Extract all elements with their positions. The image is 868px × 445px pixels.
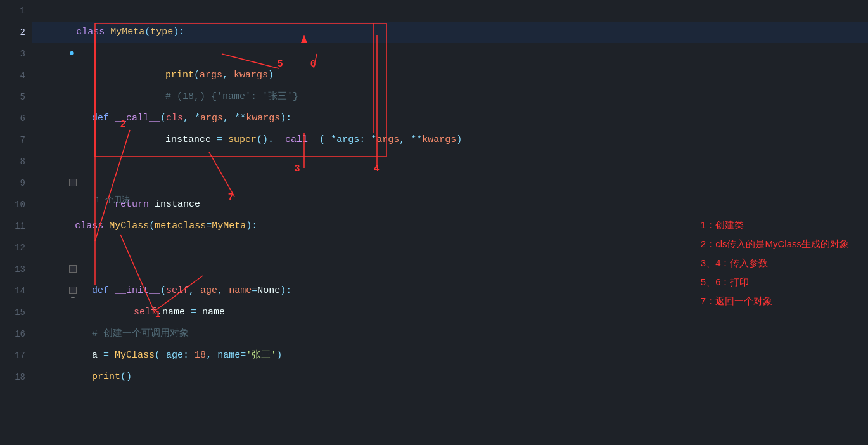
svg-marker-14 <box>301 35 307 43</box>
line-numbers: 1 2 3 4 5 6 7 8 9 10 11 12 13 14 15 16 1… <box>0 0 32 445</box>
svg-text:2: 2 <box>120 118 125 129</box>
line-num-6: 6 <box>0 108 25 129</box>
svg-line-18 <box>155 276 203 311</box>
line-num-13: 13 <box>0 259 25 280</box>
svg-line-17 <box>120 235 155 314</box>
code-editor: 1 2 3 4 5 6 7 8 9 10 11 12 13 14 15 16 1… <box>0 0 868 445</box>
line-num-1: 1 <box>0 0 25 22</box>
line-num-18: 18 <box>0 366 25 388</box>
annotation-arrows: 2 5 6 3 4 7 1 <box>32 0 868 445</box>
line-num-17: 17 <box>0 345 25 366</box>
svg-line-16 <box>209 152 234 197</box>
svg-line-9 <box>95 130 130 241</box>
line-num-3: 3 <box>0 43 25 65</box>
line-num-8: 8 <box>0 151 25 172</box>
line-num-2: 2 <box>0 22 25 43</box>
svg-rect-0 <box>95 23 386 157</box>
svg-line-11 <box>222 54 279 68</box>
svg-text:3: 3 <box>295 162 300 173</box>
code-content: ─class MyMeta(type): ● ─ def __call__(cl… <box>32 0 868 445</box>
svg-text:5: 5 <box>278 58 283 68</box>
line-num-15: 15 <box>0 302 25 323</box>
line-num-4: 4 <box>0 65 25 86</box>
line-num-10: 10 <box>0 194 25 216</box>
line-num-5: 5 <box>0 86 25 108</box>
line-num-11: 11 <box>0 216 25 237</box>
line-num-9: 9 <box>0 172 25 194</box>
line-num-16: 16 <box>0 323 25 345</box>
line-num-14: 14 <box>0 280 25 302</box>
line-num-12: 12 <box>0 237 25 259</box>
line-num-7: 7 <box>0 129 25 151</box>
